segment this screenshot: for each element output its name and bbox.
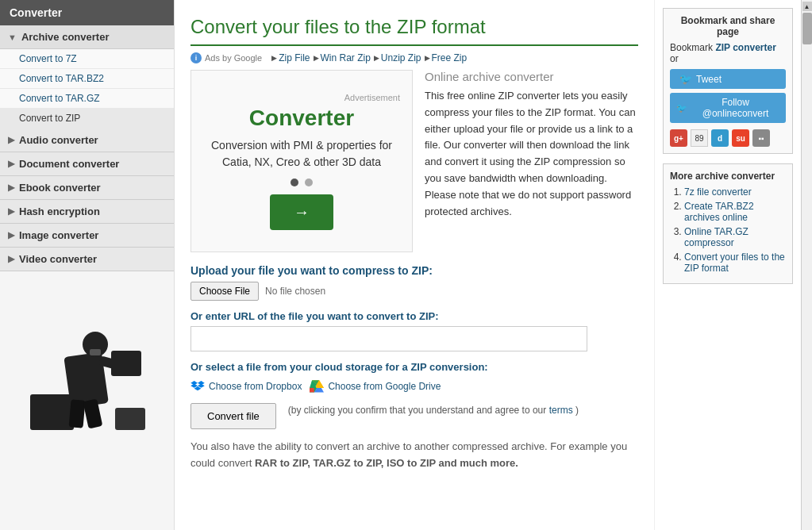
more-archive-link-1[interactable]: 7z file converter [684, 186, 752, 198]
sidebar-section-image-header[interactable]: ▶ Image converter [0, 224, 174, 248]
sidebar-section-hash-header[interactable]: ▶ Hash encryption [0, 200, 174, 224]
gdrive-button[interactable]: Choose from Google Drive [310, 379, 441, 394]
convert-file-button[interactable]: Convert file [190, 403, 276, 429]
nav-link-freezip[interactable]: Free Zip [425, 52, 468, 63]
arrow-right-icon5: ▶ [8, 230, 14, 240]
dropbox-button[interactable]: Choose from Dropbox [190, 381, 302, 392]
file-input-row: Choose File No file chosen [190, 282, 638, 301]
tweet-button[interactable]: 🐦 Tweet [670, 69, 786, 89]
ad-dot-2 [305, 179, 313, 186]
svg-rect-1 [115, 408, 145, 430]
sidebar-sub-items-archive: Convert to 7Z Convert to TAR.BZ2 Convert… [0, 49, 174, 129]
nav-link-winrar[interactable]: Win Rar Zip [314, 52, 371, 63]
sidebar-section-image: ▶ Image converter [0, 224, 174, 248]
more-archive-box: More archive converter 7z file converter… [663, 163, 793, 284]
sidebar: Converter ▼ Archive converter Convert to… [0, 0, 175, 530]
url-input[interactable] [190, 326, 587, 351]
ad-slide-title: Converter [249, 106, 354, 131]
list-item: Convert your files to the ZIP format [684, 252, 786, 274]
sidebar-item-targz[interactable]: Convert to TAR.GZ [0, 89, 174, 109]
choose-file-button[interactable]: Choose File [190, 282, 259, 301]
sidebar-section-video-label: Video converter [19, 253, 97, 265]
sidebar-section-hash: ▶ Hash encryption [0, 200, 174, 224]
gdrive-label: Choose from Google Drive [328, 381, 441, 392]
bottom-text-formats: RAR to ZIP, TAR.GZ to ZIP, ISO to ZIP an… [255, 457, 518, 469]
stumbleupon-icon[interactable]: su [732, 129, 749, 147]
delicious-icon[interactable]: d [711, 129, 729, 147]
scroll-thumb[interactable] [802, 13, 812, 44]
sidebar-section-hash-label: Hash encryption [19, 205, 100, 217]
sidebar-illustration [0, 279, 174, 438]
svg-rect-4 [90, 349, 101, 355]
terms-close: ) [575, 405, 579, 416]
follow-label: Follow @onlineconvert [691, 97, 779, 119]
ad-dot-1 [291, 179, 298, 186]
sidebar-section-audio-label: Audio converter [19, 134, 98, 146]
sidebar-section-audio-header[interactable]: ▶ Audio converter [0, 129, 174, 152]
bookmark-row: Bookmark ZIP converter or [670, 42, 786, 64]
scrollbar[interactable]: ▲ [801, 0, 812, 530]
twitter-icon2: 🐦 [676, 103, 687, 113]
sidebar-section-video-header[interactable]: ▶ Video converter [0, 248, 174, 271]
more-archive-title: More archive converter [670, 171, 786, 182]
nav-link-unzip[interactable]: Unzip Zip [374, 52, 421, 63]
info-icon: i [190, 52, 202, 63]
bookmark-text: Bookmark [670, 42, 713, 53]
sidebar-section-ebook-header[interactable]: ▶ Ebook converter [0, 176, 174, 200]
no-file-text: No file chosen [265, 286, 325, 297]
sidebar-section-audio: ▶ Audio converter [0, 129, 174, 152]
sidebar-section-archive-header[interactable]: ▼ Archive converter [0, 25, 174, 49]
scroll-up-arrow[interactable]: ▲ [802, 2, 812, 11]
sidebar-title: Converter [0, 0, 174, 25]
upload-section: Upload your file you want to compress to… [190, 264, 638, 472]
svg-marker-22 [310, 388, 314, 392]
cloud-label: Or select a file from your cloud storage… [190, 361, 638, 373]
content-area: Advertisement Converter Conversion with … [190, 70, 638, 252]
follow-button[interactable]: 🐦 Follow @onlineconvert [670, 93, 786, 123]
bookmark-box: Bookmark and share page Bookmark ZIP con… [663, 8, 793, 154]
google-plus-icon[interactable]: g+ [670, 129, 687, 147]
sidebar-section-document-label: Document converter [19, 158, 119, 170]
arrow-right-icon3: ▶ [8, 182, 14, 193]
more-archive-link-4[interactable]: Convert your files to the ZIP format [684, 252, 785, 274]
list-item: Create TAR.BZ2 archives online [684, 201, 786, 223]
sidebar-item-tarbz2[interactable]: Convert to TAR.BZ2 [0, 69, 174, 89]
sidebar-section-document: ▶ Document converter [0, 152, 174, 176]
arrow-right-icon2: ▶ [8, 159, 14, 169]
ads-label: i Ads by Google [190, 52, 262, 63]
nav-link-zipfile[interactable]: Zip File [271, 52, 310, 63]
ad-arrow-button[interactable]: → [270, 194, 333, 230]
sidebar-section-video: ▶ Video converter [0, 248, 174, 271]
sidebar-section-document-header[interactable]: ▶ Document converter [0, 152, 174, 176]
sidebar-section-ebook-label: Ebook converter [19, 182, 101, 194]
bottom-text: You also have the ability to convert an … [190, 439, 638, 472]
more-archive-list: 7z file converter Create TAR.BZ2 archive… [670, 186, 786, 274]
more-share-icon[interactable]: ▪▪ [752, 129, 770, 147]
archive-conv-title: Online archive converter [425, 70, 638, 83]
terms-prefix: (by clicking you confirm that you unders… [288, 405, 547, 416]
svg-rect-0 [30, 394, 74, 430]
more-archive-link-2[interactable]: Create TAR.BZ2 archives online [684, 201, 754, 223]
arrow-right-icon4: ▶ [8, 206, 14, 217]
main-content: Convert your files to the ZIP format i A… [175, 0, 654, 530]
convert-row: Convert file (by clicking you confirm th… [190, 403, 638, 429]
sidebar-item-7z[interactable]: Convert to 7Z [0, 49, 174, 69]
page-title: Convert your files to the ZIP format [190, 8, 638, 46]
ads-text: Ads by Google [205, 53, 262, 63]
sidebar-section-archive-label: Archive converter [21, 31, 110, 43]
upload-label: Upload your file you want to compress to… [190, 264, 638, 277]
list-item: 7z file converter [684, 186, 786, 198]
cloud-buttons: Choose from Dropbox [190, 379, 638, 394]
sidebar-item-zip[interactable]: Convert to ZIP [0, 109, 174, 129]
right-sidebar: Bookmark and share page Bookmark ZIP con… [654, 0, 801, 530]
arrow-right-icon: ▶ [8, 135, 14, 145]
arrow-right-icon6: ▶ [8, 254, 14, 264]
svg-rect-6 [111, 351, 141, 376]
ad-slide: Advertisement Converter Conversion with … [191, 71, 412, 252]
terms-link[interactable]: terms [549, 405, 573, 416]
svg-rect-7 [68, 399, 85, 428]
more-archive-link-3[interactable]: Online TAR.GZ compressor [684, 226, 749, 248]
twitter-icon: 🐦 [679, 73, 692, 85]
zip-converter-link[interactable]: ZIP converter [715, 42, 775, 53]
terms-text: (by clicking you confirm that you unders… [288, 403, 579, 417]
